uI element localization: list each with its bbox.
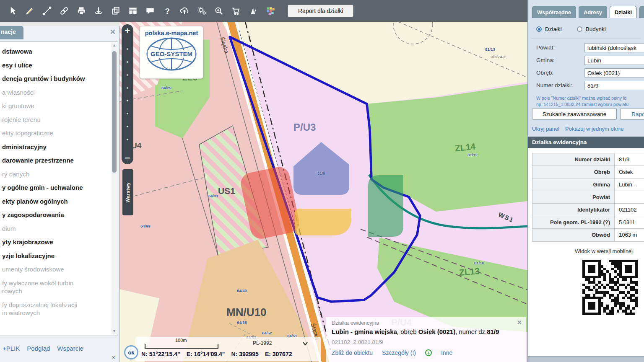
parcel-label: 64/65 xyxy=(237,320,247,325)
plus-circle-icon[interactable]: + xyxy=(425,349,432,356)
palette-icon[interactable] xyxy=(264,4,277,18)
layer-item[interactable]: umenty środowiskowe xyxy=(2,265,104,274)
layer-item[interactable]: esy i ulice xyxy=(2,61,104,70)
layer-item[interactable]: yzje lokalizacyjne xyxy=(2,252,104,260)
info-panel-tab[interactable]: nacje xyxy=(0,26,23,39)
layout-icon[interactable] xyxy=(126,4,140,18)
obreb-field[interactable] xyxy=(584,68,644,78)
raport-dla-dzialki-button[interactable]: Raport dla działki xyxy=(288,5,353,17)
chevron-down-icon[interactable] xyxy=(302,340,308,347)
close-icon[interactable]: ✕ xyxy=(517,319,522,326)
panel-bottom-strip xyxy=(528,356,644,362)
gmina-label: Gmina: xyxy=(536,57,555,63)
radio-budynki-label: Budynki xyxy=(586,26,606,32)
layer-item[interactable]: a własności xyxy=(2,88,104,97)
info-panel: nacje ✕ dstawowa esy i ulice dencja grun… xyxy=(0,26,119,362)
table-row: Pole geom. PL-1992 (?)5.0311 xyxy=(532,216,644,229)
layer-item[interactable]: y ogólne gmin - uchwalone xyxy=(2,184,104,192)
table-row: Powiat xyxy=(532,191,644,204)
layer-item[interactable]: darowanie przestrzenne xyxy=(2,156,104,165)
scrollbar-thumb[interactable] xyxy=(112,51,117,173)
panel-close-x[interactable]: x xyxy=(112,354,115,360)
tab-wspolrzedne[interactable]: Współrzędne xyxy=(532,6,576,18)
wsparcie-link[interactable]: Wsparcie xyxy=(57,345,83,352)
powiat-field[interactable] xyxy=(584,43,644,52)
cloud-upload-icon[interactable] xyxy=(178,4,191,18)
podglad-link[interactable]: Podgląd xyxy=(27,345,50,352)
zoom-slider[interactable] xyxy=(122,37,133,152)
layer-item[interactable]: rojenie terenu xyxy=(2,116,104,124)
settings-icon[interactable] xyxy=(195,4,208,18)
layer-item[interactable]: y zagospodarowania xyxy=(2,211,104,219)
search-icon[interactable] xyxy=(212,4,226,18)
layer-item[interactable]: fy wylaczone wokół turbin rowych xyxy=(2,279,104,295)
qr-code xyxy=(582,260,638,315)
cart-icon[interactable] xyxy=(229,4,243,18)
plik-link[interactable]: +PLIK xyxy=(3,345,20,352)
layers-tab[interactable]: Warstwy xyxy=(122,169,133,215)
compare-icon[interactable] xyxy=(247,4,260,18)
advanced-search-button[interactable]: Szukanie zaawansowane xyxy=(532,108,617,120)
layer-item[interactable]: dministracyjny xyxy=(2,143,104,151)
object-type-radios: Działki Budynki xyxy=(536,26,606,32)
report-button[interactable]: Raport xyxy=(620,108,644,120)
tab-partial[interactable] xyxy=(639,6,644,18)
close-icon[interactable]: ✕ xyxy=(110,28,116,36)
copy-view-icon[interactable] xyxy=(109,4,122,18)
scroll-down-icon[interactable]: ▼ xyxy=(112,329,117,333)
zone-label-mnu10: MN/U10 xyxy=(226,306,266,319)
zone-label-pu3: P/U3 xyxy=(293,122,316,133)
table-row: ObrębOsiek xyxy=(532,166,644,178)
zoom-in-button[interactable]: + xyxy=(125,24,130,37)
crs-dropdown[interactable]: PL-1992 xyxy=(253,340,272,346)
table-row: Identyfikator021102 xyxy=(532,204,644,216)
details-link[interactable]: Szczegóły (!) xyxy=(382,349,416,356)
measure-icon[interactable] xyxy=(40,4,54,18)
scroll-up-icon[interactable]: ▲ xyxy=(112,43,117,47)
tab-adresy[interactable]: Adresy xyxy=(579,6,607,18)
powiat-label: Powiat: xyxy=(536,44,555,51)
print-icon[interactable] xyxy=(75,4,88,18)
layer-item[interactable]: dium xyxy=(2,225,104,233)
numer-dzialki-label: Numer działki: xyxy=(536,82,572,88)
scrollbar[interactable]: ▲ ▼ xyxy=(111,42,118,334)
layer-item[interactable]: ry danych xyxy=(2,170,104,178)
hide-panel-link[interactable]: Ukryj panel xyxy=(532,126,559,132)
draw-icon[interactable] xyxy=(23,4,36,18)
scale-bar xyxy=(145,344,218,349)
coord-e-m: E: 307672 xyxy=(265,351,292,357)
radio-dzialki[interactable] xyxy=(536,26,542,32)
link-icon[interactable] xyxy=(57,4,71,18)
comment-icon[interactable] xyxy=(143,4,157,18)
layer-item[interactable]: ekty planów ogólnych xyxy=(2,197,104,206)
logo-url: polska.e-mapa.net xyxy=(140,30,203,36)
zoom-out-button[interactable]: − xyxy=(125,152,130,164)
mobile-view-caption: Widok w wersji mobilnej xyxy=(575,248,633,254)
download-icon[interactable] xyxy=(92,4,105,18)
single-window-link[interactable]: Pokazuj w jednym oknie xyxy=(565,126,623,132)
cursor-icon[interactable] xyxy=(6,4,19,18)
more-link[interactable]: Inne xyxy=(441,349,452,356)
help-icon[interactable]: ? xyxy=(161,4,174,18)
coordinates-readout: N: 51°22'15.4" E: 16°14'09.4" N: 392995 … xyxy=(141,351,292,357)
layer-item[interactable]: ki gruntowe xyxy=(2,102,104,110)
gmina-field[interactable] xyxy=(584,56,644,65)
tab-dzialki[interactable]: Działki xyxy=(610,6,637,18)
layer-item[interactable]: dstawowa xyxy=(2,47,104,56)
layer-item[interactable]: yty krajobrazowe xyxy=(2,238,104,246)
zoom-to-object-link[interactable]: Zbliż do obiektu xyxy=(332,349,373,356)
ok-button[interactable]: ok xyxy=(124,345,138,359)
numer-dzialki-field[interactable] xyxy=(584,81,644,90)
zone-label-us1: US1 xyxy=(218,186,235,196)
layer-item[interactable]: dencja gruntów i budynków xyxy=(2,75,104,83)
obreb-label: Obręb: xyxy=(536,70,553,76)
layer-item[interactable]: ekty topograficzne xyxy=(2,129,104,137)
coord-e-dms: E: 16°14'09.4" xyxy=(187,351,225,357)
map-canvas[interactable]: P/U3 ZL14 ZL13 US1 MN/U10 U4 ZL6 WS1 P/U… xyxy=(119,22,527,362)
panel-footer-links: +PLIK Podgląd Wsparcie xyxy=(3,345,83,352)
app-window: ? Raport dla działki xyxy=(0,0,644,362)
layer-item[interactable]: fy dopuszczalnej lokalizacji in wiatrowy… xyxy=(2,301,104,317)
zone-label-zl14: ZL14 xyxy=(454,142,476,154)
radio-budynki[interactable] xyxy=(577,26,582,32)
geosystem-logo: polska.e-mapa.net GEO-SYSTEM xyxy=(140,26,203,79)
